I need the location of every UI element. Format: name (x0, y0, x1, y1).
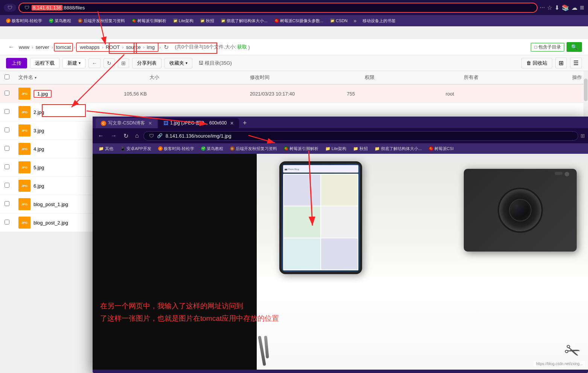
nav-download[interactable]: ⬇ (554, 4, 559, 11)
annotation-text-overlay: 在另一个网页中，我输入了这样的网址访问到 了这样一张图片，也就是图片在tomca… (100, 300, 279, 324)
fm-toolbar: 上传 远程下载 新建▾ ← ↻ ⊞ 分享列表 收藏夹▾ 🖫 根目录(35G) 🗑… (0, 55, 588, 71)
fm-back-btn[interactable]: ← (88, 58, 101, 68)
jike-icon-overlay: ⚡ (158, 146, 163, 151)
overlay-home[interactable]: ⌂ (133, 132, 141, 140)
refresh-btn[interactable]: ↻ (161, 43, 171, 52)
overlay-bm-runoob[interactable]: 🌱 菜鸟教程 (198, 145, 226, 152)
info-link[interactable]: 获取 (237, 44, 247, 50)
bookmark-item-backend[interactable]: ⚙ 后端开发秋招复习资料 (75, 17, 128, 24)
col-size: 大小 (119, 71, 245, 84)
file-checkbox-6[interactable] (5, 201, 9, 206)
file-name-label: 5.jpg (34, 165, 44, 170)
file-checkbox-3[interactable] (5, 146, 9, 151)
fm-refresh-btn[interactable]: ↻ (104, 58, 115, 68)
bookmark-item-raspi[interactable]: 🍓 树莓派引脚解析 (129, 17, 169, 24)
breadcrumb-img[interactable]: img (145, 44, 156, 51)
trash-btn[interactable]: 🗑 回收站 (521, 58, 552, 68)
nav-settings[interactable]: ≡ (580, 3, 584, 12)
breadcrumb-webapps[interactable]: webapps (78, 44, 101, 51)
bookmark-item-qiuzhao[interactable]: 📁 秋招 (197, 17, 217, 24)
bookmark-item-raspi-csi[interactable]: 🍓 树莓派CSI摄像头参数... (271, 17, 327, 24)
file-checkbox-1[interactable] (5, 109, 9, 114)
overlay-bm-jike[interactable]: ⚡ 极客时间-轻松学 (155, 145, 197, 152)
overlay-address-bar[interactable]: 🛡 🔗 8.141.61.136/source/img/1.jpg (143, 131, 578, 141)
overlay-bm-raspi2[interactable]: 🍓 树莓派引脚解析 (281, 145, 321, 152)
scrollbar-thumb[interactable] (584, 79, 588, 101)
address-shield: 🛡 (24, 5, 29, 11)
breadcrumb-sep3: › (74, 44, 75, 50)
overlay-menu[interactable]: ⊞ (580, 133, 585, 139)
bookmark-item-lite[interactable]: 📁 Lite架构 (170, 17, 197, 24)
overlay-forward[interactable]: → (108, 132, 119, 140)
breadcrumb-source[interactable]: source (125, 44, 142, 51)
lite-icon-overlay: 📁 (325, 146, 331, 151)
file-icon: JPG (18, 124, 30, 136)
view-toggle-btn[interactable]: ⊞ (118, 58, 129, 68)
share-list-btn[interactable]: 分享列表 (132, 58, 161, 68)
search-button[interactable]: 🔍 (567, 42, 582, 52)
info-end: ) (248, 44, 250, 50)
overlay-refresh[interactable]: ↻ (121, 132, 131, 140)
nav-back-fm[interactable]: ← (6, 43, 17, 51)
table-row[interactable]: JPG 1.jpg 105,56 KB 2021/03/23 10:17:40 … (0, 84, 588, 103)
overlay-bookmarks-bar: 📁 其他 📱 安卓APP开发 ⚡ 极客时间-轻松学 🌱 菜鸟教程 ⚙ 后端开发秋… (93, 143, 588, 154)
nav-star[interactable]: ☆ (547, 4, 552, 11)
overlay-bm-raspi-csi[interactable]: 🍓 树莓派CSI (426, 145, 457, 152)
overlay-bm-lite[interactable]: 📁 Lite架构 (322, 145, 350, 152)
overlay-bm-struct[interactable]: 📁 彻底了解结构体大小... (372, 145, 425, 152)
bookmarks-more[interactable]: » (351, 18, 359, 24)
bookmark-item-jike[interactable]: ⚡ 极客时间-轻松学 (3, 17, 45, 24)
bookmark-item-csdn[interactable]: 📁 CSDN (327, 18, 350, 24)
csdn-tab-close[interactable]: ✕ (148, 121, 152, 126)
overlay-bm-qiuzhao2[interactable]: 📁 秋招 (350, 145, 371, 152)
pens-in-photo (260, 336, 268, 366)
file-checkbox-5[interactable] (5, 183, 9, 188)
include-subdir-check[interactable]: □ 包含子目录 (531, 43, 564, 52)
file-modified: 2021/03/23 10:17:40 (245, 84, 343, 103)
breadcrumb-sep5: › (122, 44, 123, 50)
photo-website-url: https://blog.csdn.net/zxing... (534, 361, 585, 367)
select-all-checkbox[interactable] (5, 74, 9, 79)
disk-info: 🖫 根目录(35G) (198, 60, 232, 67)
file-owner: root (441, 84, 549, 103)
col-filename: 文件名 ▾ (14, 71, 119, 84)
csdn-favicon: C (101, 121, 106, 126)
overlay-bm-other[interactable]: 📁 其他 (96, 145, 116, 152)
file-checkbox-7[interactable] (5, 220, 9, 224)
breadcrumb-root[interactable]: ROOT (104, 44, 122, 51)
nav-menu-dots[interactable]: ··· (540, 4, 545, 11)
breadcrumb-tomcat[interactable]: tomcat (54, 43, 73, 52)
list-view-btn[interactable]: ☰ (570, 58, 582, 68)
new-tab-btn[interactable]: + (240, 118, 250, 128)
jpg-tab-close[interactable]: ✕ (230, 121, 234, 126)
overlay-tab-jpg[interactable]: 🖼 1.jpg (JPEG 图像，600x600 ✕ (158, 118, 239, 128)
file-name-label: 3.jpg (34, 128, 44, 133)
breadcrumb-sep7: › (159, 44, 161, 50)
file-checkbox-4[interactable] (5, 164, 9, 169)
file-checkbox-2[interactable] (5, 127, 9, 132)
overlay-bm-android[interactable]: 📱 安卓APP开发 (117, 145, 154, 152)
bookmark-item-mobile[interactable]: 移动设备上的书签 (360, 17, 399, 24)
bookmark-item-struct[interactable]: 📁 彻底了解结构体大小... (218, 17, 270, 24)
remote-download-btn[interactable]: 远程下载 (30, 58, 59, 68)
overlay-bm-backend[interactable]: ⚙ 后端开发秋招复习资料 (227, 145, 280, 152)
col-perm: 权限 (342, 71, 441, 84)
overlay-tab-csdn[interactable]: C 写文章-CSDN博客 ✕ (96, 118, 157, 128)
address-bar[interactable]: 🛡 8.141.61.136:8888/files (18, 3, 538, 13)
overlay-shield: 🛡 (149, 133, 154, 139)
file-icon: JPG (18, 217, 30, 229)
overlay-back[interactable]: ← (96, 132, 106, 140)
file-icon: JPG (18, 198, 30, 210)
grid-view-btn[interactable]: ⊞ (555, 58, 567, 68)
file-checkbox-0[interactable] (5, 91, 9, 96)
upload-btn[interactable]: 上传 (6, 58, 27, 68)
nav-library[interactable]: 📚 (562, 4, 569, 11)
breadcrumb-server[interactable]: server (34, 44, 51, 51)
nav-sync[interactable]: ☁ (571, 4, 577, 11)
breadcrumb-sep2: › (52, 44, 53, 50)
new-btn[interactable]: 新建▾ (62, 58, 85, 68)
bookmark-item-runoob[interactable]: 🌱 菜鸟教程 (46, 17, 74, 24)
tablet-in-photo: 📷 Photo Blog (279, 161, 362, 274)
breadcrumb-www[interactable]: www (17, 44, 31, 51)
favorites-btn[interactable]: 收藏夹▾ (165, 58, 192, 68)
